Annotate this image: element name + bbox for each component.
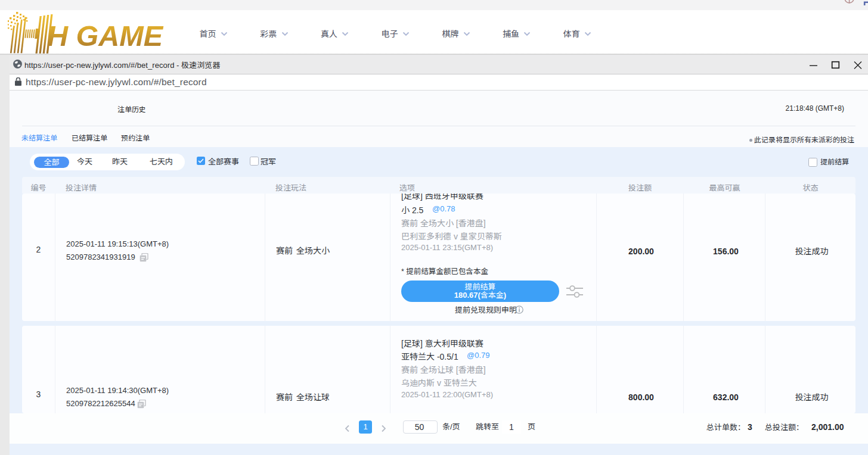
svg-text:H GAME: H GAME [47,20,164,52]
